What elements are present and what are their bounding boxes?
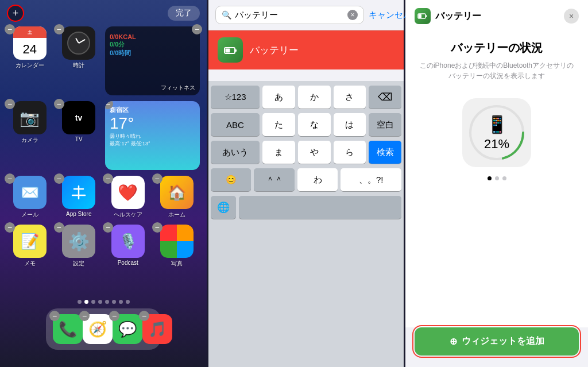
app-photos[interactable]: − 写真 [154,225,200,268]
minus-badge-health[interactable]: − [103,173,113,184]
dock-messages[interactable]: − 💬 [113,314,142,344]
minus-badge-fitness[interactable]: − [192,24,202,34]
spacer [208,69,404,81]
battery-widget-icon [415,8,431,24]
minus-badge-camera[interactable]: − [5,99,15,109]
dock: − 📞 − 🧭 − 💬 − 🎵 [46,308,161,350]
minus-badge-tv[interactable]: − [54,99,64,109]
app-home[interactable]: − 🏠 ホーム [154,176,200,219]
done-button[interactable]: 完了 [168,6,200,21]
app-podcast[interactable]: − 🎙️ Podcast [105,225,151,268]
kb-key-ka[interactable]: か [298,86,331,109]
fitness-widget[interactable]: − 0/0KCAL 0/0分 0/0時間 フィットネス [105,26,200,95]
app-label-appstore: App Store [66,211,91,217]
minus-badge-settings[interactable]: − [54,222,64,233]
minus-badge-appstore[interactable]: − [54,173,64,184]
minus-badge-dock-safari[interactable]: − [79,311,90,321]
page-dot-4 [98,300,102,304]
app-label-health: ヘルスケア [114,211,142,219]
app-camera[interactable]: − 📷 カメラ [7,101,53,170]
top-bar: + 完了 [0,0,207,24]
page-dot-2 [84,300,88,304]
fitness-line-3: 0/0時間 [110,49,195,57]
fitness-line-1: 0/0KCAL [110,33,195,40]
kb-key-space[interactable]: 空白 [369,113,401,136]
page-dot-1 [78,300,82,304]
kb-row-2: ABC た な は 空白 [211,113,401,136]
weather-desc: 曇り時々晴れ [110,133,195,140]
kb-key-star123[interactable]: ☆123 [211,86,260,109]
kb-key-ya[interactable]: や [298,141,331,164]
kb-key-search[interactable]: 検索 [369,141,401,164]
app-health[interactable]: − ❤️ ヘルスケア [105,176,151,219]
kb-key-ta[interactable]: た [262,113,295,136]
minus-badge-calendar[interactable]: − [5,24,15,34]
widget-dot-2 [495,176,499,180]
svg-rect-6 [226,49,230,53]
kb-key-ha[interactable]: は [334,113,366,136]
kb-globe-key[interactable]: 🌐 [211,196,236,219]
app-mail[interactable]: − ✉️ メール [7,176,53,219]
minus-badge-dock-messages[interactable]: − [109,311,119,321]
kb-key-wa[interactable]: わ [297,168,338,191]
minus-badge-photos[interactable]: − [152,222,163,233]
kb-key-a[interactable]: あ [262,86,295,109]
widget-title-wrap: バッテリー [415,8,481,24]
dock-area: − 📞 − 🧭 − 💬 − 🎵 [46,300,161,350]
dock-music[interactable]: − 🎵 [142,314,172,344]
app-settings[interactable]: − ⚙️ 設定 [56,225,102,268]
minus-badge-dock-music[interactable]: − [139,311,149,321]
kb-key-space-bar[interactable] [239,196,401,219]
widget-header: バッテリー × [405,0,588,29]
add-widget-button[interactable]: ⊕ ウィジェットを追加 [415,327,579,356]
widget-content: バッテリーの状況 このiPhoneおよび接続中のBluetoothアクセサリのバ… [405,29,588,327]
kb-key-ra[interactable]: ら [334,141,366,164]
weather-widget[interactable]: − 新宿区 17° 曇り時々晴れ 最高:17° 最低:13° [105,101,200,170]
minus-badge-clock[interactable]: − [54,24,64,34]
left-panel: + 完了 − 土 24 カレンダー − [0,0,207,367]
app-calendar[interactable]: − 土 24 カレンダー [7,26,53,95]
dock-safari[interactable]: − 🧭 [83,314,113,344]
app-label-camera: カメラ [21,136,38,144]
svg-text:tv: tv [75,113,83,122]
minus-badge-mail[interactable]: − [5,173,15,184]
app-tv[interactable]: − tv TV [56,101,102,170]
kb-key-ma[interactable]: ま [262,141,295,164]
close-button[interactable]: × [564,9,579,24]
search-result-battery[interactable]: バッテリー [208,30,404,69]
kb-row-4: 😊 ＾＾ わ 、。?! [211,168,401,191]
battery-display: 📱 21% [462,98,531,167]
dock-phone[interactable]: − 📞 [53,314,83,344]
kb-key-na[interactable]: な [298,113,331,136]
app-label-notes: メモ [24,260,36,268]
kb-key-delete[interactable]: ⌫ [369,86,401,109]
page-dot-8 [126,300,130,304]
svg-rect-5 [235,49,237,52]
page-dots [46,300,161,304]
health-icon: ❤️ [111,176,145,209]
kb-key-aiueo[interactable]: あいう [211,141,260,164]
widget-dots [488,176,506,180]
kb-key-emoji[interactable]: 😊 [211,168,251,191]
kb-key-punct[interactable]: 、。?! [341,168,401,191]
kb-key-caret[interactable]: ＾＾ [254,168,294,191]
minus-badge-dock-phone[interactable]: − [49,311,60,321]
minus-badge-notes[interactable]: − [5,222,15,233]
app-notes[interactable]: − 📝 メモ [7,225,53,268]
search-results: バッテリー [208,30,404,69]
widget-title: バッテリー [435,10,481,22]
app-label-photos: 写真 [171,260,183,268]
search-clear-button[interactable]: × [347,10,358,20]
battery-result-label: バッテリー [250,44,299,57]
widget-description: このiPhoneおよび接続中のBluetoothアクセサリのバッテリーの状況を表… [417,60,577,81]
app-appstore[interactable]: − App Store [56,176,102,219]
add-widget-icon-btn[interactable]: + [7,5,24,22]
kb-key-sa[interactable]: さ [334,86,366,109]
app-clock[interactable]: − 時計 [56,26,102,95]
minus-badge-home[interactable]: − [152,173,163,184]
kb-key-abc[interactable]: ABC [211,113,260,136]
minus-badge-podcast[interactable]: − [103,222,113,233]
search-input[interactable] [235,10,344,20]
search-input-wrap: 🔍 × [215,6,364,24]
kb-bottom-row: 🌐 [211,196,401,219]
